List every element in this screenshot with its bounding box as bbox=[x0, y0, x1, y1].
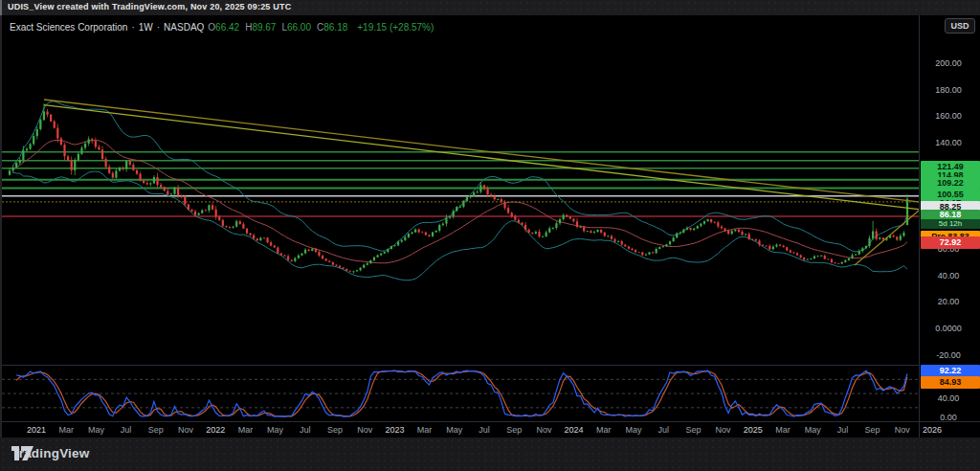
time-axis-label: Sep bbox=[865, 425, 880, 435]
time-axis-label: Nov bbox=[716, 425, 731, 435]
tradingview-snapshot: UDIS_View created with TradingView.com, … bbox=[0, 0, 980, 471]
time-axis-label: 2024 bbox=[565, 425, 584, 435]
time-axis-label: Jul bbox=[121, 425, 132, 435]
time-axis-label: 2026 bbox=[923, 425, 942, 435]
bottom-bar: TradingView bbox=[0, 437, 980, 471]
separator: · bbox=[131, 22, 134, 33]
ohlc-value: 66.00 bbox=[287, 22, 311, 33]
price-pane[interactable] bbox=[2, 15, 919, 365]
time-axis-label: Jul bbox=[479, 425, 490, 435]
price-tick: 200.00 bbox=[920, 58, 977, 68]
symbol-legend[interactable]: Exact Sciences Corporation·1W·NASDAQO66.… bbox=[10, 22, 437, 33]
tradingview-logo[interactable]: TradingView bbox=[11, 446, 89, 460]
indicator-tick: 40.00 bbox=[920, 393, 977, 403]
price-tick: 140.00 bbox=[920, 138, 977, 147]
time-axis-label: Mar bbox=[775, 425, 791, 435]
time-axis-label: Mar bbox=[238, 425, 254, 435]
time-axis-label: 2021 bbox=[27, 425, 46, 435]
symbol-title: Exact Sciences Corporation bbox=[10, 22, 127, 33]
separator: · bbox=[157, 22, 160, 33]
time-axis-label: Jul bbox=[657, 425, 669, 435]
time-axis-label: Mar bbox=[58, 425, 74, 435]
chart-area[interactable]: Exact Sciences Corporation·1W·NASDAQO66.… bbox=[0, 15, 980, 437]
time-axis-label: 2023 bbox=[385, 425, 404, 435]
stochastic-pane[interactable] bbox=[2, 365, 919, 421]
attribution-bar: UDIS_View created with TradingView.com, … bbox=[0, 0, 980, 15]
ohlc-value: 66.42 bbox=[215, 22, 239, 33]
price-tick: 40.00 bbox=[920, 271, 977, 280]
currency-button[interactable]: USD bbox=[945, 18, 975, 34]
time-axis-label: Nov bbox=[357, 425, 372, 435]
red-level-label: 72.92 bbox=[921, 236, 980, 249]
exchange-label: NASDAQ bbox=[164, 22, 204, 33]
time-axis-label: Nov bbox=[178, 425, 193, 435]
time-axis-label: Sep bbox=[148, 425, 164, 435]
time-axis-label: Sep bbox=[506, 425, 522, 435]
ohlc-value: 89.67 bbox=[252, 22, 276, 33]
attribution-text: UDIS_View created with TradingView.com, … bbox=[8, 2, 291, 11]
time-axis-label: May bbox=[446, 425, 462, 435]
time-axis-label: 2022 bbox=[206, 425, 225, 435]
price-tick: 20.00 bbox=[920, 297, 977, 306]
time-axis-label: May bbox=[88, 425, 104, 435]
price-scale[interactable]: 200.00180.00160.00140.0060.0040.0020.000… bbox=[920, 15, 980, 437]
time-axis-label: May bbox=[625, 425, 641, 435]
ohlc-letter: O bbox=[208, 22, 215, 33]
pane-divider[interactable] bbox=[2, 365, 919, 366]
time-axis-label: Sep bbox=[685, 425, 701, 435]
time-axis-label: Nov bbox=[536, 425, 551, 435]
price-tick: 180.00 bbox=[920, 85, 977, 95]
price-tick: 160.00 bbox=[920, 111, 977, 121]
time-axis-label: Sep bbox=[327, 425, 343, 435]
ohlc-value: 86.18 bbox=[323, 22, 347, 33]
time-axis-label: Jul bbox=[837, 425, 849, 435]
change-value: +19.15 (+28.57%) bbox=[357, 22, 434, 33]
time-axis-label: Jul bbox=[300, 425, 311, 435]
price-tick: -20.00 bbox=[920, 350, 977, 360]
price-tick: 0.0000 bbox=[920, 324, 977, 333]
time-axis-label: May bbox=[267, 425, 283, 435]
time-axis-label: 2025 bbox=[744, 425, 763, 435]
tradingview-mark-icon bbox=[11, 446, 33, 460]
countdown-label: 5d 12h bbox=[921, 219, 980, 229]
time-axis-label: Mar bbox=[596, 425, 612, 435]
last-price-label: 86.185d 12h bbox=[921, 210, 980, 229]
ohlc-values: O66.42H89.67L66.00C86.18 bbox=[208, 22, 353, 33]
time-axis[interactable]: 2021MarMayJulSepNov2022MarMayJulSepNov20… bbox=[2, 421, 980, 437]
time-axis-label: Nov bbox=[895, 425, 910, 435]
time-axis-label: May bbox=[805, 425, 821, 435]
stoch-d-label: 84.93 bbox=[921, 376, 980, 389]
time-axis-label: Mar bbox=[417, 425, 433, 435]
interval-label: 1W bbox=[139, 22, 153, 33]
